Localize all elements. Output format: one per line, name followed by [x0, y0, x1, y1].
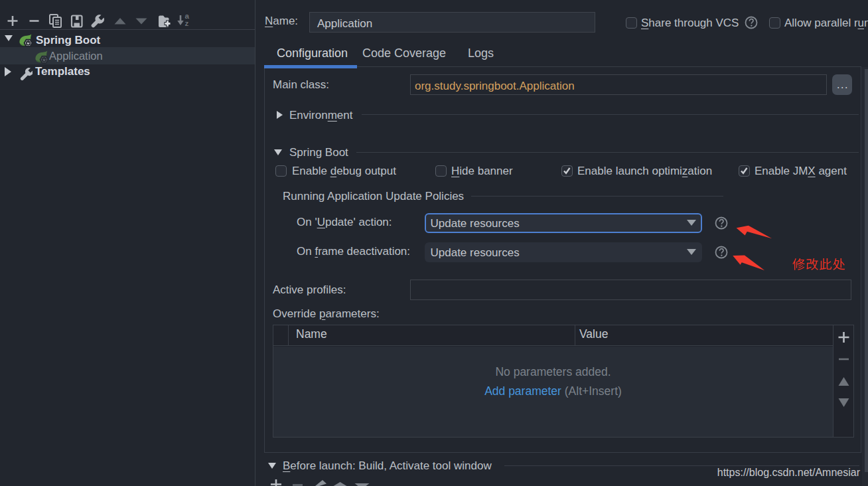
svg-text:z: z: [185, 19, 189, 27]
